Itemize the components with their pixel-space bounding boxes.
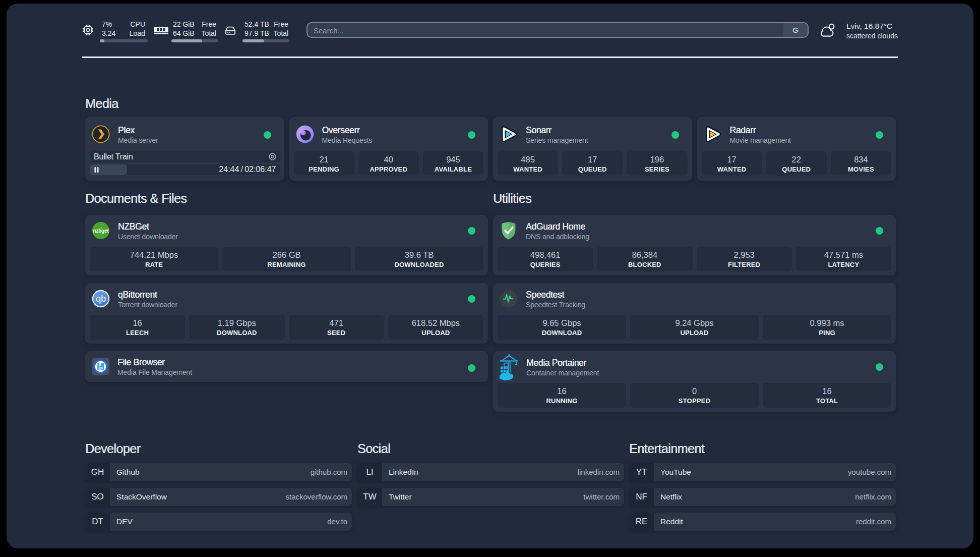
svg-text:qb: qb xyxy=(96,294,106,304)
svg-text:nzbget: nzbget xyxy=(93,228,109,234)
